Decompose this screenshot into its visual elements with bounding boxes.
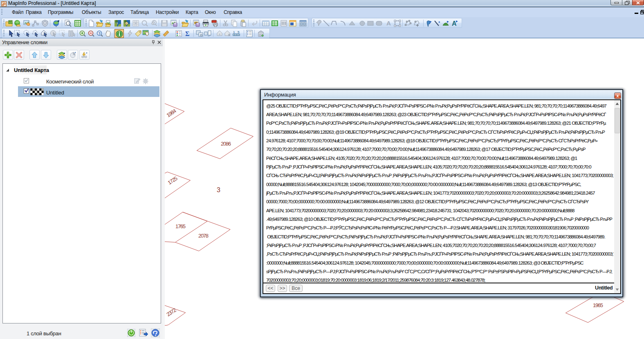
svg-text:1765: 1765 [175, 223, 186, 229]
svg-text:5: 5 [238, 30, 240, 34]
svg-text:A: A [386, 20, 391, 27]
svg-text:1725: 1725 [166, 175, 178, 186]
svg-text:1965: 1965 [593, 302, 603, 308]
svg-text:1: 1 [233, 30, 235, 34]
svg-text:?: ? [99, 31, 101, 36]
svg-text:2086: 2086 [221, 141, 231, 147]
svg-text:1984: 1984 [165, 108, 177, 118]
svg-text:3: 3 [217, 186, 220, 193]
svg-text:2078: 2078 [198, 233, 209, 239]
svg-text:2372: 2372 [165, 307, 177, 317]
svg-text:Σ: Σ [185, 30, 189, 37]
